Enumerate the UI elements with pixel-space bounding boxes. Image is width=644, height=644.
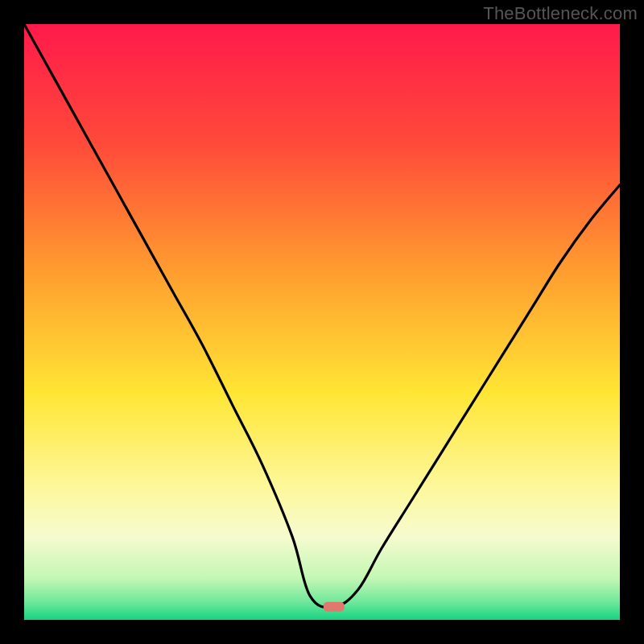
minimum-marker (324, 602, 345, 612)
plot-background (24, 24, 620, 620)
bottleneck-chart (0, 0, 644, 644)
watermark-text: TheBottleneck.com (483, 3, 638, 24)
chart-frame: TheBottleneck.com (0, 0, 644, 644)
